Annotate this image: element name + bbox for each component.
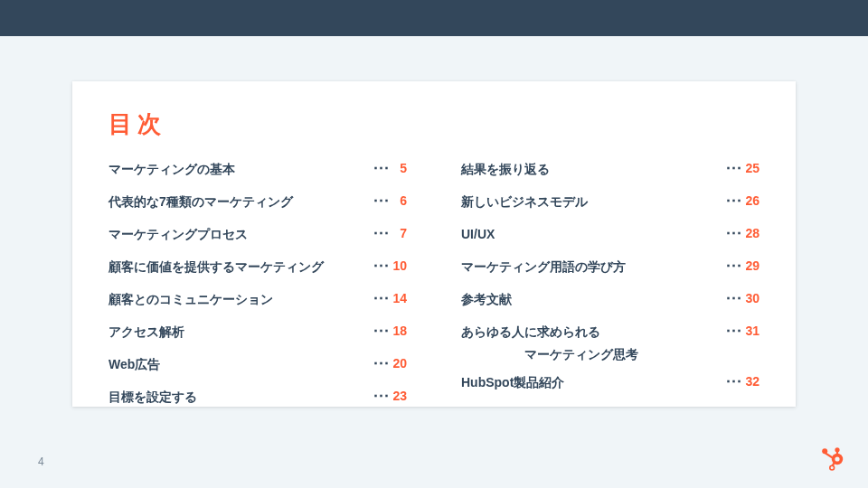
toc-entry-label-line2: マーケティング思考	[461, 345, 725, 364]
toc-entry-page: 26	[741, 192, 760, 208]
toc-dots: ･･･	[373, 192, 389, 208]
toc-entry-label: マーケティングの基本	[108, 160, 373, 179]
toc-entry-label: 結果を振り返る	[461, 160, 725, 179]
toc-dots: ･･･	[373, 323, 389, 338]
toc-entry: UI/UX ･･･ 28	[461, 225, 760, 249]
svg-rect-5	[825, 452, 833, 458]
toc-entry-page: 14	[389, 290, 407, 305]
toc-entry-label: 代表的な7種類のマーケティング	[108, 192, 373, 211]
toc-column-left: マーケティングの基本 ･･･ 5 代表的な7種類のマーケティング ･･･ 6 マ…	[108, 160, 407, 420]
toc-dots: ･･･	[373, 355, 389, 371]
toc-entry: マーケティングの基本 ･･･ 5	[108, 160, 407, 183]
toc-entry-label: UI/UX	[461, 225, 725, 244]
svg-point-6	[830, 465, 835, 470]
toc-entry: 結果を振り返る ･･･ 25	[461, 160, 760, 183]
toc-entry-page: 5	[389, 160, 407, 175]
toc-dots: ･･･	[725, 225, 741, 240]
toc-entry-page: 28	[741, 225, 760, 240]
toc-entry-label: マーケティングプロセス	[108, 225, 373, 244]
toc-entry-label: 新しいビジネスモデル	[461, 192, 725, 211]
header-bar	[0, 0, 868, 36]
toc-entry-label: アクセス解析	[108, 323, 373, 342]
toc-entry: 新しいビジネスモデル ･･･ 26	[461, 192, 760, 216]
toc-entry: Web広告 ･･･ 20	[108, 355, 407, 379]
toc-column-right: 結果を振り返る ･･･ 25 新しいビジネスモデル ･･･ 26 UI/UX ･…	[461, 160, 760, 420]
toc-entry: 代表的な7種類のマーケティング ･･･ 6	[108, 192, 407, 216]
toc-entry: 参考文献 ･･･ 30	[461, 290, 760, 314]
toc-entry: アクセス解析 ･･･ 18	[108, 323, 407, 346]
toc-entry-label: 参考文献	[461, 290, 725, 309]
toc-entry-label: あらゆる人に求められる マーケティング思考	[461, 323, 725, 364]
toc-entry: 顧客とのコミュニケーション ･･･ 14	[108, 290, 407, 314]
toc-dots: ･･･	[725, 373, 741, 389]
toc-entry: 目標を設定する ･･･ 23	[108, 388, 407, 411]
toc-entry-page: 32	[741, 373, 760, 389]
toc-entry-label: マーケティング用語の学び方	[461, 258, 725, 277]
toc-entry-label: 顧客に価値を提供するマーケティング	[108, 258, 373, 277]
toc-dots: ･･･	[725, 160, 741, 175]
toc-entry-page: 31	[741, 323, 760, 338]
toc-entry-page: 6	[389, 192, 407, 208]
svg-point-1	[835, 456, 839, 461]
toc-dots: ･･･	[373, 225, 389, 240]
toc-entry-label: Web広告	[108, 355, 373, 374]
toc-entry-label-line1: あらゆる人に求められる	[461, 324, 600, 339]
toc-dots: ･･･	[373, 160, 389, 175]
toc-entry-page: 29	[741, 258, 760, 273]
toc-entry-page: 20	[389, 355, 407, 371]
slide-page-number: 4	[38, 455, 44, 468]
toc-entry: 顧客に価値を提供するマーケティング ･･･ 10	[108, 258, 407, 281]
toc-entry-label: 顧客とのコミュニケーション	[108, 290, 373, 309]
toc-entry: あらゆる人に求められる マーケティング思考 ･･･ 31	[461, 323, 760, 364]
hubspot-logo-icon	[819, 446, 844, 472]
toc-entry-label: HubSpot製品紹介	[461, 373, 725, 392]
toc-card: 目次 マーケティングの基本 ･･･ 5 代表的な7種類のマーケティング ･･･ …	[72, 81, 796, 407]
toc-dots: ･･･	[373, 258, 389, 273]
toc-entry: HubSpot製品紹介 ･･･ 32	[461, 373, 760, 397]
toc-title: 目次	[108, 108, 760, 140]
toc-entry-page: 18	[389, 323, 407, 338]
toc-dots: ･･･	[725, 192, 741, 208]
toc-entry: マーケティング用語の学び方 ･･･ 29	[461, 258, 760, 281]
toc-dots: ･･･	[725, 323, 741, 338]
toc-dots: ･･･	[373, 388, 389, 403]
toc-entry-page: 10	[389, 258, 407, 273]
toc-entry-page: 23	[389, 388, 407, 403]
toc-entry-page: 7	[389, 225, 407, 240]
toc-dots: ･･･	[373, 290, 389, 305]
toc-dots: ･･･	[725, 258, 741, 273]
toc-dots: ･･･	[725, 290, 741, 305]
toc-entry-page: 30	[741, 290, 760, 305]
toc-columns: マーケティングの基本 ･･･ 5 代表的な7種類のマーケティング ･･･ 6 マ…	[108, 160, 760, 420]
toc-entry-label: 目標を設定する	[108, 388, 373, 407]
toc-entry-page: 25	[741, 160, 760, 175]
toc-entry: マーケティングプロセス ･･･ 7	[108, 225, 407, 249]
svg-rect-3	[836, 451, 838, 455]
